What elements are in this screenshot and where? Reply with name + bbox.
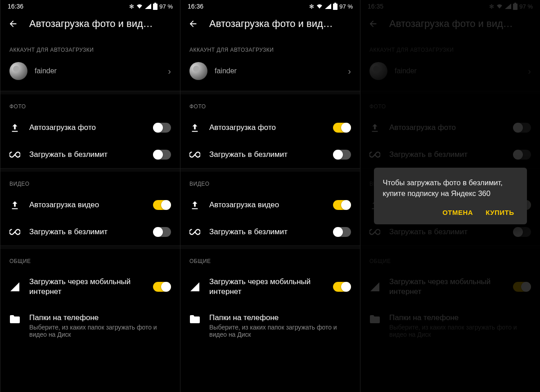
video-unlimited-row[interactable]: Загружать в безлимит [180,218,360,245]
general-section-label: ОБЩИЕ [180,249,360,269]
photo-section-label: ФОТО [0,94,180,114]
back-button[interactable] [8,18,18,29]
page-title: Автозагрузка фото и вид… [209,18,333,30]
status-icons: ✻ 97 % [309,3,353,10]
dialog-overlay[interactable]: Чтобы загружать фото в безлимит, купите … [360,0,540,392]
account-row[interactable]: fainder › [0,58,180,91]
photo-upload-label: Автозагрузка фото [209,123,324,133]
avatar [189,62,207,80]
photo-unlimited-label: Загружать в безлимит [209,150,324,160]
back-button[interactable] [188,18,198,29]
infinity-icon [189,149,200,160]
photo-upload-toggle[interactable] [333,123,351,133]
upload-icon [9,122,20,133]
signal-icon [9,281,20,292]
bluetooth-icon: ✻ [309,3,314,10]
video-unlimited-toggle[interactable] [153,227,171,237]
wifi-icon [136,4,143,9]
bluetooth-icon: ✻ [129,3,134,10]
svg-rect-1 [154,3,156,4]
infinity-icon [189,227,200,237]
signal-icon [325,4,331,9]
status-icons: ✻ 97 % [129,3,173,10]
photo-unlimited-label: Загружать в безлимит [29,150,144,160]
avatar [9,62,27,80]
mobile-internet-label: Загружать через мобильный интернет [29,277,144,297]
video-upload-label: Автозагрузка видео [29,200,144,210]
photo-upload-label: Автозагрузка фото [29,123,144,133]
battery-percent: 97 % [339,3,353,10]
folder-icon [9,314,20,325]
svg-rect-2 [333,4,338,10]
divider [180,91,360,94]
mobile-internet-toggle[interactable] [333,282,351,292]
battery-icon [333,3,338,10]
photo-unlimited-row[interactable]: Загружать в безлимит [180,141,360,168]
infinity-icon [9,149,20,160]
photo-upload-toggle[interactable] [153,123,171,133]
mobile-internet-row[interactable]: Загружать через мобильный интернет [180,269,360,305]
signal-icon [145,4,151,9]
account-section-label: АККАУНТ ДЛЯ АВТОЗАГРУЗКИ [0,38,180,58]
status-time: 16:36 [188,3,203,10]
folders-title: Папки на телефоне [29,313,171,323]
folders-row[interactable]: Папки на телефоне Выберите, из каких пап… [0,305,180,346]
photo-upload-row[interactable]: Автозагрузка фото [180,114,360,141]
folders-title: Папки на телефоне [209,313,351,323]
video-upload-toggle[interactable] [333,200,351,210]
video-upload-label: Автозагрузка видео [209,200,324,210]
video-upload-toggle[interactable] [153,200,171,210]
folders-subtitle: Выберите, из каких папок загружать фото … [209,324,351,338]
divider [0,168,180,172]
mobile-internet-label: Загружать через мобильный интернет [209,277,324,297]
video-upload-row[interactable]: Автозагрузка видео [0,192,180,218]
dialog-message: Чтобы загружать фото в безлимит, купите … [383,178,518,198]
divider [180,168,360,172]
video-unlimited-row[interactable]: Загружать в безлимит [0,218,180,245]
status-bar: 16:36 ✻ 97 % [180,0,360,13]
battery-icon [153,3,158,10]
dialog-buy-button[interactable]: КУПИТЬ [486,209,514,216]
photo-upload-row[interactable]: Автозагрузка фото [0,114,180,141]
folders-row[interactable]: Папки на телефоне Выберите, из каких пап… [180,305,360,346]
upload-icon [189,200,200,210]
screen-1: 16:36 ✻ 97 % Автозагрузка фото и вид… АК… [0,0,180,392]
divider [0,245,180,249]
chevron-right-icon: › [168,66,171,76]
video-section-label: ВИДЕО [180,172,360,192]
page-title: Автозагрузка фото и вид… [29,18,153,30]
divider [180,245,360,249]
subscription-dialog: Чтобы загружать фото в безлимит, купите … [374,168,527,224]
svg-rect-0 [153,4,158,10]
upload-icon [189,122,200,133]
screen-3: 16:35 ✻ 97 % Автозагрузка фото и вид… АК… [360,0,540,392]
video-section-label: ВИДЕО [0,172,180,192]
mobile-internet-row[interactable]: Загружать через мобильный интернет [0,269,180,305]
photo-unlimited-row[interactable]: Загружать в безлимит [0,141,180,168]
header: Автозагрузка фото и вид… [0,13,180,38]
upload-icon [9,200,20,210]
chevron-right-icon: › [348,66,351,76]
header: Автозагрузка фото и вид… [180,13,360,38]
infinity-icon [9,227,20,237]
photo-unlimited-toggle[interactable] [333,150,351,160]
photo-section-label: ФОТО [180,94,360,114]
account-row[interactable]: fainder › [180,58,360,91]
video-unlimited-label: Загружать в безлимит [29,227,144,237]
wifi-icon [316,4,323,9]
general-section-label: ОБЩИЕ [0,249,180,269]
status-time: 16:36 [8,3,23,10]
video-unlimited-toggle[interactable] [333,227,351,237]
svg-rect-3 [334,3,336,4]
screen-2: 16:36 ✻ 97 % Автозагрузка фото и вид… АК… [180,0,360,392]
photo-unlimited-toggle[interactable] [153,150,171,160]
divider [0,91,180,94]
folders-subtitle: Выберите, из каких папок загружать фото … [29,324,171,338]
mobile-internet-toggle[interactable] [153,282,171,292]
folder-icon [189,314,200,325]
video-upload-row[interactable]: Автозагрузка видео [180,192,360,218]
dialog-cancel-button[interactable]: ОТМЕНА [442,209,473,216]
account-name: fainder [35,67,161,75]
battery-percent: 97 % [159,3,173,10]
account-name: fainder [215,67,341,75]
